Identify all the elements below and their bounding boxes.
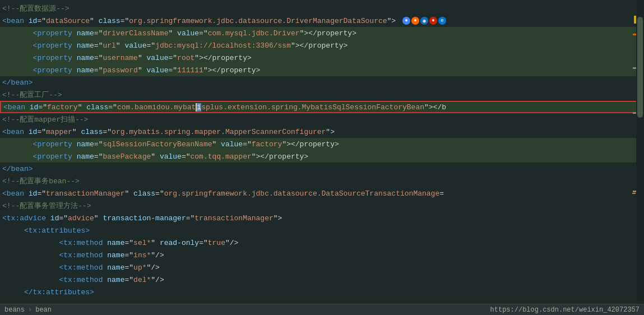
breadcrumb-area: beans › bean bbox=[4, 306, 52, 314]
code-line-11: <bean id="mapper" class="org.mybatis.spr… bbox=[0, 126, 644, 138]
code-line-8: <!--配置工厂--> bbox=[0, 89, 644, 101]
blue-circle-icon: ◉ bbox=[420, 17, 428, 25]
code-line-18: <tx:advice id="advice" transaction-manag… bbox=[0, 212, 644, 224]
code-line-1: <!--配置数据源--> bbox=[0, 2, 644, 15]
code-line-12: .......<property name="sqlSessionFactory… bbox=[0, 138, 644, 150]
minimap-marker-1 bbox=[633, 34, 636, 35]
attr-id: id bbox=[29, 17, 38, 25]
code-line-2: <bean id="dataSource" class="org.springf… bbox=[0, 15, 644, 27]
edge-icon: e bbox=[438, 17, 446, 25]
scrollbar-thumb[interactable] bbox=[637, 17, 643, 118]
code-line-19: .....<tx:attributes> bbox=[0, 224, 644, 237]
code-line-16: <bean id="transactionManager" class="org… bbox=[0, 187, 644, 200]
code-line-24: .....</tx:attributes> bbox=[0, 286, 644, 298]
code-line-7: </bean> bbox=[0, 76, 644, 89]
url-display: https://blog.csdn.net/weixin_42072357 bbox=[490, 306, 640, 314]
vertical-scrollbar[interactable] bbox=[636, 0, 644, 304]
code-editor[interactable]: <!--配置数据源--> <bean id="dataSource" class… bbox=[0, 0, 644, 304]
code-line-14: </bean> bbox=[0, 163, 644, 175]
code-line-3: .......<property name="driverClassName" … bbox=[0, 27, 644, 39]
breadcrumb-separator: › bbox=[28, 306, 32, 314]
code-line-4: .......<property name="url" value="jdbc:… bbox=[0, 39, 644, 52]
red-circle-icon: ● bbox=[429, 17, 437, 25]
code-line-13: .......<property name="basePackage" valu… bbox=[0, 150, 644, 163]
code-line-20: .............<tx:method name="sel*" read… bbox=[0, 237, 644, 249]
minimap-marker-3 bbox=[633, 112, 636, 114]
code-line-9-active: <bean id="factory" class="com.baomidou.m… bbox=[0, 101, 644, 113]
code-line-6: .......<property name="password" value="… bbox=[0, 64, 644, 76]
breadcrumb-bean: bean bbox=[35, 306, 52, 314]
code-line-23: .............<tx:method name="del*"/> bbox=[0, 274, 644, 286]
minimap-markers bbox=[632, 0, 636, 304]
code-line-15: <!--配置事务bean--> bbox=[0, 175, 644, 187]
tag-open: <bean bbox=[2, 17, 29, 25]
comment-text: <!--配置数据源--> bbox=[2, 4, 70, 13]
attr-id-value: dataSource bbox=[46, 17, 90, 25]
breadcrumb-beans: beans bbox=[4, 306, 25, 314]
minimap-marker-4 bbox=[633, 191, 636, 192]
code-line-22: .............<tx:method name="up*"/> bbox=[0, 261, 644, 274]
minimap-marker-2 bbox=[633, 67, 636, 69]
code-line-17: <!--配置事务管理方法--> bbox=[0, 200, 644, 212]
status-bar: beans › bean https://blog.csdn.net/weixi… bbox=[0, 304, 644, 315]
code-line-10: <!--配置mapper扫描--> bbox=[0, 113, 644, 126]
code-line-5: .......<property name="username" value="… bbox=[0, 52, 644, 64]
cursor: i bbox=[196, 103, 201, 112]
chrome-icon: ● bbox=[402, 17, 410, 25]
code-line-21: .............<tx:method name="ins*"/> bbox=[0, 249, 644, 261]
firefox-icon: ● bbox=[411, 17, 419, 25]
